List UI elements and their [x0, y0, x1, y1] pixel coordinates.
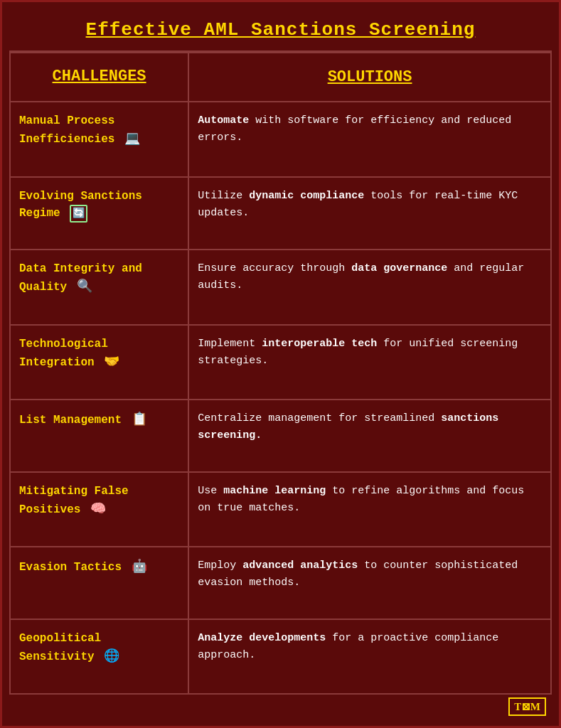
- solution-cell-4: Centralize management for streamlined sa…: [188, 400, 551, 471]
- watermark-logo: T⊠M: [508, 697, 546, 716]
- solution-cell-0: Automate with software for efficiency an…: [188, 102, 551, 176]
- challenge-icon-7: 🌐: [104, 647, 119, 666]
- solutions-header: SOLUTIONS: [188, 53, 551, 102]
- challenge-text-4: List Management: [19, 414, 129, 427]
- main-container: Effective AML Sanctions Screening CHALLE…: [0, 0, 561, 728]
- challenge-text-0: Manual Process Inefficiencies: [19, 114, 122, 146]
- challenge-cell-3: Technological Integration 🤝: [10, 325, 188, 400]
- challenge-text-5: Mitigating False Positives: [19, 485, 129, 516]
- challenges-header: CHALLENGES: [10, 53, 188, 102]
- challenge-cell-5: Mitigating False Positives 🧠: [10, 472, 188, 547]
- main-title: Effective AML Sanctions Screening: [9, 9, 552, 52]
- challenge-icon-5: 🧠: [90, 500, 106, 519]
- challenge-cell-1: Evolving Sanctions Regime 🔄: [10, 177, 188, 250]
- watermark: T⊠M: [9, 695, 552, 719]
- challenge-icon-4: 📋: [132, 410, 147, 429]
- challenge-cell-2: Data Integrity and Quality 🔍: [10, 250, 188, 324]
- solution-cell-5: Use machine learning to refine algorithm…: [188, 472, 551, 547]
- challenge-icon-1: 🔄: [70, 205, 87, 223]
- challenge-text-6: Evasion Tactics: [19, 561, 129, 574]
- challenge-icon-6: 🤖: [132, 557, 147, 577]
- solution-cell-6: Employ advanced analytics to counter sop…: [188, 547, 551, 619]
- challenge-text-3: Technological Integration: [19, 338, 108, 369]
- challenge-icon-0: 💻: [124, 129, 140, 149]
- challenge-cell-4: List Management 📋: [10, 400, 188, 471]
- challenge-cell-7: Geopolitical Sensitivity 🌐: [10, 619, 188, 694]
- content-table: CHALLENGES SOLUTIONS Manual Process Inef…: [9, 52, 552, 695]
- solution-cell-3: Implement interoperable tech for unified…: [188, 325, 551, 400]
- solution-cell-1: Utilize dynamic compliance tools for rea…: [188, 177, 551, 250]
- challenge-icon-3: 🤝: [104, 353, 119, 372]
- challenge-cell-0: Manual Process Inefficiencies 💻: [10, 102, 188, 176]
- solution-cell-2: Ensure accuracy through data governance …: [188, 250, 551, 324]
- challenge-cell-6: Evasion Tactics 🤖: [10, 547, 188, 619]
- solution-cell-7: Analyze developments for a proactive com…: [188, 619, 551, 694]
- challenge-text-7: Geopolitical Sensitivity: [19, 632, 101, 663]
- challenge-icon-2: 🔍: [77, 277, 92, 296]
